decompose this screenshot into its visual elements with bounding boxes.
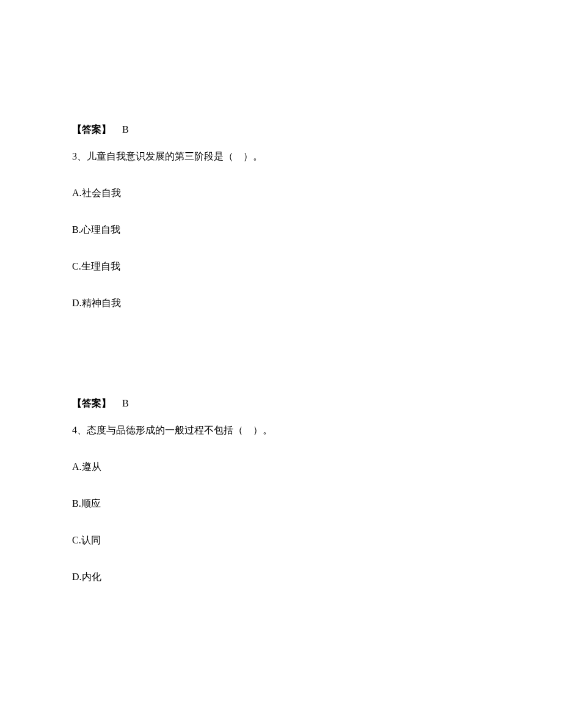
option-3-c: C.生理自我 bbox=[72, 259, 490, 274]
option-3-b: B.心理自我 bbox=[72, 222, 490, 237]
option-4-b: B.顺应 bbox=[72, 496, 490, 511]
option-3-d: D.精神自我 bbox=[72, 296, 490, 311]
question-block-3: 【答案】 B 3、儿童自我意识发展的第三阶段是（ ）。 A.社会自我 B.心理自… bbox=[72, 122, 490, 311]
answer-label: 【答案】 bbox=[72, 124, 111, 134]
question-text-4: 4、态度与品德形成的一般过程不包括（ ）。 bbox=[72, 423, 490, 438]
answer-value: B bbox=[122, 124, 129, 134]
answer-line-4: 【答案】 B bbox=[72, 396, 490, 411]
answer-value: B bbox=[122, 398, 129, 408]
question-text-3: 3、儿童自我意识发展的第三阶段是（ ）。 bbox=[72, 149, 490, 164]
answer-label: 【答案】 bbox=[72, 398, 111, 408]
answer-line-3: 【答案】 B bbox=[72, 122, 490, 137]
option-4-a: A.遵从 bbox=[72, 460, 490, 474]
question-block-4: 【答案】 B 4、态度与品德形成的一般过程不包括（ ）。 A.遵从 B.顺应 C… bbox=[72, 396, 490, 584]
option-4-c: C.认同 bbox=[72, 533, 490, 548]
option-3-a: A.社会自我 bbox=[72, 186, 490, 200]
option-4-d: D.内化 bbox=[72, 570, 490, 584]
